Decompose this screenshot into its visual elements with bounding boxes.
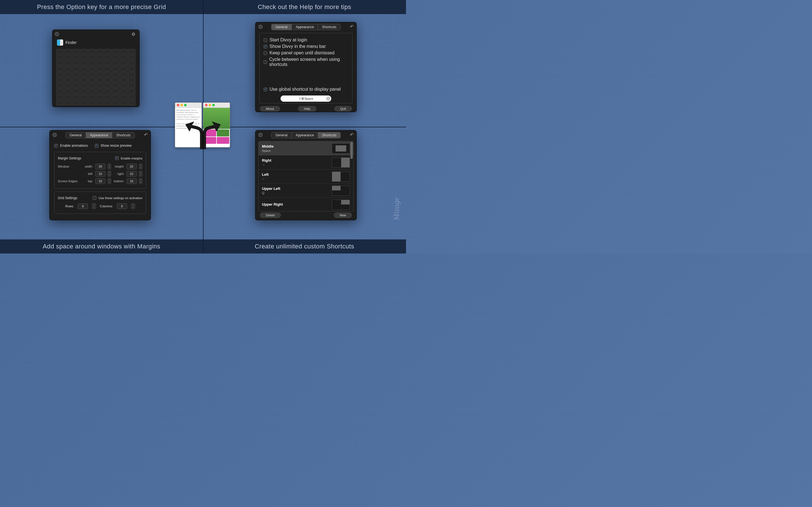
new-button[interactable]: New [334, 213, 352, 218]
shortcut-item-left[interactable]: Left ← [259, 170, 353, 184]
tab-general[interactable]: General [271, 132, 292, 138]
grid-cell[interactable] [72, 83, 80, 88]
stepper-height[interactable]: ▲▼ [139, 164, 142, 169]
grid-cell[interactable] [120, 100, 128, 105]
tab-general[interactable]: General [66, 132, 86, 138]
grid-cell[interactable] [104, 66, 111, 71]
checkbox-cycle-screens[interactable] [264, 60, 267, 64]
grid-cell[interactable] [72, 60, 80, 65]
grid-cell[interactable] [112, 60, 119, 65]
grid-cell[interactable] [64, 77, 71, 82]
input-edge-top[interactable] [95, 178, 105, 184]
grid-cell[interactable] [96, 49, 103, 54]
grid-cell[interactable] [104, 100, 111, 105]
back-icon[interactable]: ↶ [350, 24, 354, 29]
stepper-rows[interactable]: ▲▼ [92, 203, 96, 209]
grid-cell[interactable] [56, 83, 64, 88]
grid-cell[interactable] [96, 83, 103, 88]
grid-cell[interactable] [128, 100, 135, 105]
grid-cell[interactable] [72, 77, 80, 82]
grid-cell[interactable] [120, 49, 128, 54]
grid-cell[interactable] [88, 72, 96, 77]
grid-cell[interactable] [72, 55, 80, 60]
checkbox-global-shortcut[interactable] [264, 88, 267, 91]
grid-cell[interactable] [80, 77, 88, 82]
grid-cell[interactable] [128, 83, 135, 88]
shortcut-item-upper-right[interactable]: Upper Right [259, 198, 353, 212]
stepper-top[interactable]: ▲▼ [108, 178, 111, 184]
close-icon[interactable]: ✕ [258, 24, 263, 29]
grid-cell[interactable] [120, 60, 128, 65]
grid-cell[interactable] [64, 55, 71, 60]
grid-cell[interactable] [96, 77, 103, 82]
grid-cell[interactable] [120, 89, 128, 94]
input-edge-bottom[interactable] [126, 178, 137, 184]
grid-cell[interactable] [72, 89, 80, 94]
grid-cell[interactable] [80, 83, 88, 88]
grid-cell[interactable] [104, 60, 111, 65]
close-icon[interactable]: ✕ [55, 32, 59, 36]
stepper-bottom[interactable]: ▲▼ [139, 178, 142, 184]
stepper-columns[interactable]: ▲▼ [131, 203, 135, 209]
grid-cell[interactable] [128, 66, 135, 71]
grid-cell[interactable] [80, 95, 88, 100]
about-button[interactable]: About [260, 106, 280, 111]
grid-cell[interactable] [56, 55, 64, 60]
tab-general[interactable]: General [271, 24, 292, 30]
grid-cell[interactable] [104, 89, 111, 94]
scrollbar-thumb[interactable] [350, 142, 353, 159]
tab-shortcuts[interactable]: Shortcuts [112, 132, 135, 138]
input-columns[interactable] [117, 203, 127, 209]
grid-cell[interactable] [56, 95, 64, 100]
grid-cell[interactable] [56, 100, 64, 105]
grid-cell[interactable] [88, 95, 96, 100]
back-icon[interactable]: ↶ [350, 132, 354, 137]
grid-cell[interactable] [64, 89, 71, 94]
grid-cell[interactable] [88, 100, 96, 105]
delete-button[interactable]: Delete [260, 213, 281, 218]
grid-cell[interactable] [104, 77, 111, 82]
grid-cell[interactable] [56, 89, 64, 94]
tab-appearance[interactable]: Appearance [86, 132, 112, 138]
grid-cell[interactable] [96, 72, 103, 77]
checkbox-enable-animations[interactable] [54, 144, 58, 148]
grid-cell[interactable] [80, 72, 88, 77]
grid-cell[interactable] [56, 77, 64, 82]
grid-cell[interactable] [104, 95, 111, 100]
grid-cell[interactable] [72, 49, 80, 54]
grid-cell[interactable] [96, 66, 103, 71]
tab-shortcuts[interactable]: Shortcuts [318, 132, 340, 138]
input-rows[interactable] [78, 203, 88, 209]
grid-cell[interactable] [112, 83, 119, 88]
grid-cell[interactable] [56, 72, 64, 77]
close-icon[interactable]: ✕ [258, 133, 263, 137]
grid-cell[interactable] [128, 72, 135, 77]
grid-cell[interactable] [56, 66, 64, 71]
global-shortcut-input[interactable]: ⇧⌘Space ✕ [281, 96, 331, 102]
input-edge-right[interactable] [126, 171, 137, 177]
grid-cell[interactable] [80, 66, 88, 71]
grid-cell[interactable] [96, 100, 103, 105]
checkbox-keep-open[interactable] [264, 51, 267, 55]
grid-cell[interactable] [64, 60, 71, 65]
grid-cell[interactable] [112, 55, 119, 60]
input-window-height[interactable] [126, 164, 137, 169]
grid-cell[interactable] [80, 100, 88, 105]
grid-cell[interactable] [120, 95, 128, 100]
grid-cell[interactable] [96, 60, 103, 65]
tab-shortcuts[interactable]: Shortcuts [318, 24, 340, 30]
grid-cell[interactable] [104, 83, 111, 88]
grid-cell[interactable] [72, 95, 80, 100]
grid-cell[interactable] [120, 83, 128, 88]
grid-cell[interactable] [96, 95, 103, 100]
input-window-width[interactable] [95, 164, 105, 169]
grid-cell[interactable] [128, 89, 135, 94]
grid-cell[interactable] [80, 55, 88, 60]
help-button[interactable]: Help [298, 106, 316, 111]
grid-cell[interactable] [56, 49, 64, 54]
grid-cell[interactable] [64, 49, 71, 54]
grid-cell[interactable] [112, 100, 119, 105]
grid-cell[interactable] [128, 55, 135, 60]
grid-cell[interactable] [88, 66, 96, 71]
shortcut-item-middle[interactable]: Middle Space [259, 142, 353, 156]
